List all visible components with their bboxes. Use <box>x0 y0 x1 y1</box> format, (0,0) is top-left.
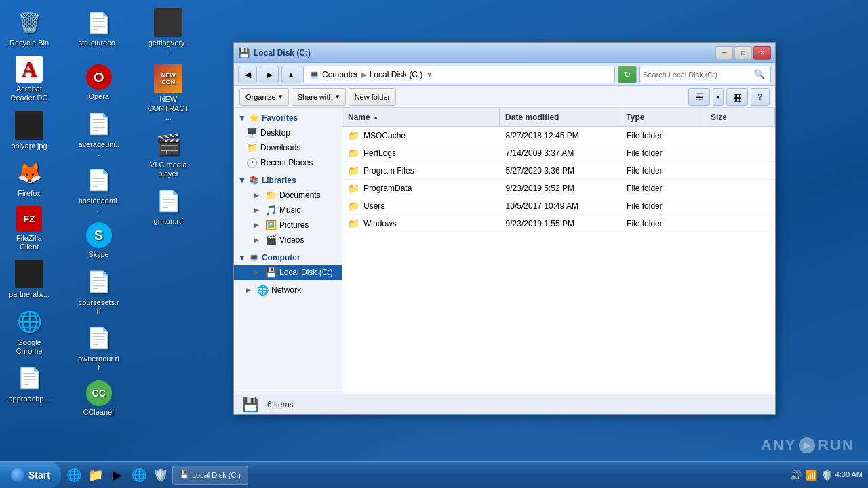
music-expand-icon: ▶ <box>254 207 262 214</box>
view-list-button[interactable]: ☰ <box>688 88 710 106</box>
desktop-icon-vlc[interactable]: 🎬 VLC media player <box>144 127 192 181</box>
filezilla-icon: FZ <box>16 206 42 232</box>
maximize-button[interactable]: □ <box>734 46 752 60</box>
desktop-icon-filezilla[interactable]: FZ FileZilla Client <box>5 203 53 254</box>
address-bar: ◀ ▶ ▲ 💻 Computer ▶ Local Disk (C:) ▼ ↻ 🔍 <box>234 63 775 86</box>
desktop-icon-approach[interactable]: 📄 approachp... <box>5 361 53 406</box>
search-button[interactable]: 🔍 <box>751 66 768 83</box>
favorites-header[interactable]: ▼ ⭐ Favorites <box>234 110 342 125</box>
table-row[interactable]: 📁 PerfLogs 7/14/2009 3:37 AM File folder <box>342 144 775 162</box>
onlyapr-label: onlyapr.jpg <box>11 142 47 150</box>
anyrun-watermark: ANY ▶ RUN <box>761 436 854 454</box>
sidebar-item-pictures[interactable]: ▶ 🖼️ Pictures <box>234 218 342 232</box>
desktop-icon-partnerlaw[interactable]: partneralw... <box>5 257 53 302</box>
desktop-icon-gettingvery[interactable]: gettingvery... <box>144 5 192 59</box>
col-header-date[interactable]: Date modified <box>500 108 620 126</box>
computer-header[interactable]: ▼ 💻 Computer <box>234 250 342 265</box>
tray-security-icon[interactable]: 🛡️ <box>821 470 833 481</box>
up-button[interactable]: ▲ <box>281 66 300 83</box>
desktop-icon-average[interactable]: 📄 averageuni... <box>75 107 123 161</box>
back-button[interactable]: ◀ <box>238 66 257 83</box>
view-dropdown-button[interactable]: ▾ <box>713 88 724 106</box>
sidebar-item-local-disk[interactable]: ▶ 💾 Local Disk (C:) <box>234 265 342 280</box>
explorer-content: ▼ ⭐ Favorites 🖥️ Desktop 📁 Downloads 🕐 <box>234 108 775 394</box>
new-contract-icon: NEWCON <box>154 64 182 93</box>
title-bar-text: Local Disk (C:) <box>254 48 715 58</box>
table-row[interactable]: 📁 Program Files 5/27/2020 3:36 PM File f… <box>342 162 775 180</box>
new-contract-label: NEW CONTRACT... <box>147 95 189 122</box>
sidebar-item-recent-places[interactable]: 🕐 Recent Places <box>234 155 342 170</box>
sidebar-item-documents[interactable]: ▶ 📁 Documents <box>234 188 342 203</box>
col-type-label: Type <box>626 113 644 122</box>
computer-icon-sidebar: 💻 <box>249 253 259 262</box>
table-row[interactable]: 📁 ProgramData 9/23/2019 5:52 PM File fol… <box>342 180 775 197</box>
anyrun-play-icon: ▶ <box>799 437 815 453</box>
sidebar-item-desktop[interactable]: 🖥️ Desktop <box>234 125 342 140</box>
title-bar-icon: 💾 <box>238 47 250 58</box>
minimize-button[interactable]: ─ <box>715 46 733 60</box>
desktop-icon-structure[interactable]: 📄 structureco... <box>75 5 123 59</box>
desktop-icon-ccleaner[interactable]: CC CCleaner <box>75 378 123 420</box>
desktop-icon-opera[interactable]: O Opera <box>75 62 123 104</box>
col-header-name[interactable]: Name ▲ <box>342 108 500 126</box>
col-header-size[interactable]: Size <box>705 108 775 126</box>
recent-places-icon: 🕐 <box>246 157 258 168</box>
refresh-button[interactable]: ↻ <box>618 66 637 83</box>
start-button[interactable]: Start <box>0 462 61 488</box>
share-with-button[interactable]: Share with ▾ <box>292 88 346 106</box>
taskbar-folder-icon[interactable]: 📁 <box>85 465 106 485</box>
desktop-icon-ownernour[interactable]: 📄 ownernour.rtf <box>75 321 123 375</box>
libraries-header[interactable]: ▼ 📚 Libraries <box>234 173 342 188</box>
system-clock[interactable]: 4:00 AM <box>835 470 863 479</box>
desktop-icon-firefox[interactable]: 🦊 Firefox <box>5 156 53 201</box>
file-date: 7/14/2009 3:37 AM <box>506 148 574 158</box>
desktop-icon-onlyapr[interactable]: onlyapr.jpg <box>5 108 53 153</box>
status-item-count: 6 items <box>267 400 294 409</box>
taskbar-chrome-icon[interactable]: 🌐 <box>129 465 149 485</box>
desktop-icon-coursesets[interactable]: 📄 coursesets.rtf <box>75 265 123 319</box>
desktop-icon-boston[interactable]: 📄 bostonadmi... <box>75 163 123 217</box>
search-input[interactable] <box>643 70 751 79</box>
gettingvery-icon <box>154 8 182 37</box>
boston-label: bostonadmi... <box>78 197 120 214</box>
sidebar-item-downloads[interactable]: 📁 Downloads <box>234 140 342 155</box>
close-button[interactable]: ✕ <box>753 46 771 60</box>
path-sep2: ▼ <box>425 70 433 79</box>
opera-label: Opera <box>88 92 109 101</box>
table-row[interactable]: 📁 MSOCache 8/27/2018 12:45 PM File folde… <box>342 127 775 144</box>
taskbar-security-icon[interactable]: 🛡️ <box>151 465 171 485</box>
table-row[interactable]: 📁 Users 10/5/2017 10:49 AM File folder <box>342 197 775 215</box>
sidebar-item-music[interactable]: ▶ 🎵 Music <box>234 203 342 218</box>
taskbar-window-explorer[interactable]: 💾 Local Disk (C:) <box>172 466 248 485</box>
sidebar-item-network[interactable]: ▶ 🌐 Network <box>234 283 342 298</box>
desktop-icon-recycle-bin[interactable]: 🗑️ Recycle Bin <box>5 5 53 50</box>
desktop-icon-acrobat[interactable]: A Acrobat Reader DC <box>5 53 53 105</box>
desktop-icon-skype[interactable]: S Skype <box>75 220 123 262</box>
desktop-icon-new-contract[interactable]: NEWCON NEW CONTRACT... <box>144 62 192 125</box>
col-name-label: Name <box>348 113 370 122</box>
taskbar-ie-icon[interactable]: 🌐 <box>64 465 84 485</box>
organize-button[interactable]: Organize ▾ <box>239 88 289 106</box>
file-type-cell: File folder <box>621 201 705 211</box>
file-rows-container: 📁 MSOCache 8/27/2018 12:45 PM File folde… <box>342 127 775 232</box>
desktop-icon-chrome[interactable]: 🌐 Google Chrome <box>5 305 53 359</box>
taskbar-media-icon[interactable]: ▶ <box>107 465 127 485</box>
preview-pane-button[interactable]: ▦ <box>726 88 748 106</box>
tray-volume-icon[interactable]: 🔊 <box>790 470 802 481</box>
help-button[interactable]: ? <box>751 88 770 106</box>
file-name: Windows <box>363 219 397 228</box>
new-folder-button[interactable]: New folder <box>349 88 397 106</box>
vlc-label: VLC media player <box>147 161 189 178</box>
boston-icon: 📄 <box>85 166 113 195</box>
forward-button[interactable]: ▶ <box>260 66 279 83</box>
ownernour-icon: 📄 <box>85 324 113 352</box>
music-label: Music <box>279 205 338 215</box>
file-name-cell: 📁 Users <box>342 201 500 211</box>
address-path[interactable]: 💻 Computer ▶ Local Disk (C:) ▼ <box>303 66 615 83</box>
desktop-icon-gmtun[interactable]: 📄 gmtun.rtf <box>144 184 192 228</box>
col-date-label: Date modified <box>505 113 559 122</box>
sidebar-item-videos[interactable]: ▶ 🎬 Videos <box>234 232 342 247</box>
tray-network-icon[interactable]: 📶 <box>806 470 817 481</box>
col-header-type[interactable]: Type <box>620 108 705 126</box>
table-row[interactable]: 📁 Windows 9/23/2019 1:55 PM File folder <box>342 215 775 232</box>
